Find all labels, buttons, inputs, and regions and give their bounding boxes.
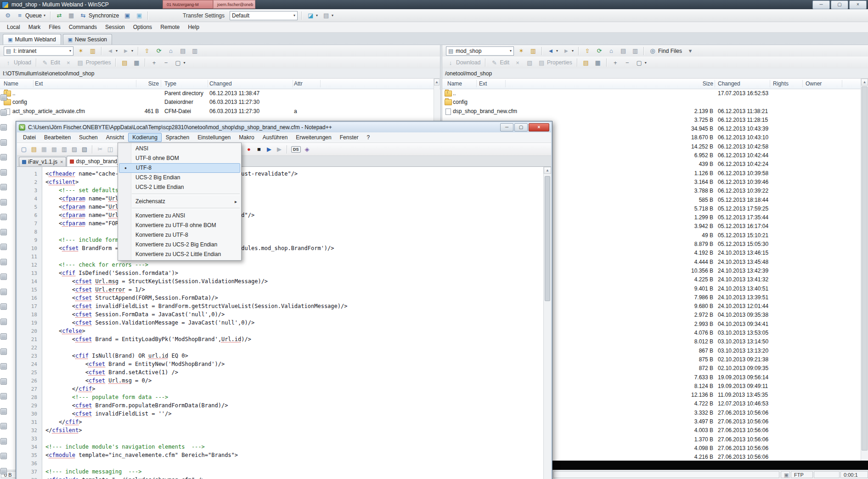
file-row[interactable]: dsp_shop_brand_new.cfm2.139 B06.12.2013 … bbox=[442, 107, 862, 115]
scroll-thumb[interactable] bbox=[545, 176, 550, 301]
np-minimize-button[interactable]: ─ bbox=[500, 123, 513, 131]
dock-icon[interactable] bbox=[0, 139, 7, 146]
selection-icon[interactable]: ▢▾ bbox=[634, 58, 648, 67]
upload-button[interactable]: ↑Upload bbox=[3, 58, 33, 67]
menu-mark[interactable]: Mark bbox=[24, 23, 45, 32]
np-menu-ansicht[interactable]: Ansicht bbox=[102, 133, 128, 142]
queue-button[interactable]: ≡Queue▾ bbox=[14, 11, 47, 20]
minimize-button[interactable]: ─ bbox=[812, 0, 830, 9]
selection-icon[interactable]: ▢▾ bbox=[172, 58, 187, 67]
column-header-size[interactable]: Size bbox=[649, 80, 713, 87]
download-button[interactable]: ↓Download bbox=[445, 58, 482, 67]
column-header-attr[interactable]: Attr bbox=[294, 80, 303, 87]
file-row[interactable]: act_shop_article_activate.cfm461 BCFM-Da… bbox=[0, 107, 434, 115]
find-files-button[interactable]: ◎Find Files bbox=[647, 46, 684, 55]
encoding-menu-item[interactable]: ●UTF-8 bbox=[119, 163, 240, 173]
add-filter-icon[interactable]: + bbox=[610, 58, 621, 67]
stop-macro-icon[interactable]: ■ bbox=[254, 145, 264, 153]
close-file-icon[interactable]: ▥ bbox=[60, 145, 69, 153]
synchronize-browsing-icon[interactable]: ▦ bbox=[66, 11, 77, 20]
column-header-type[interactable]: Type bbox=[164, 80, 176, 87]
play-macro-icon[interactable]: ▶ bbox=[265, 145, 274, 153]
panel-options-icon[interactable]: ▥ bbox=[189, 46, 200, 55]
encoding-menu-item[interactable]: Konvertiere zu UCS-2 Big Endian bbox=[118, 240, 241, 250]
menu-files[interactable]: Files bbox=[45, 23, 64, 32]
dock-icon[interactable] bbox=[0, 199, 7, 205]
document-tab[interactable]: dsp_shop_brand_new.cfm bbox=[67, 156, 118, 166]
dock-icon[interactable] bbox=[0, 363, 7, 370]
dspellcheck-button[interactable]: DS bbox=[290, 146, 302, 153]
new-file-icon[interactable]: ▢ bbox=[19, 145, 28, 153]
bookmark-icon[interactable]: ▥ bbox=[528, 46, 539, 55]
queue-show-icon[interactable]: ▣ bbox=[122, 11, 133, 20]
local-drive-combo[interactable]: ▤I: intranet▾ bbox=[4, 46, 73, 56]
delete-icon[interactable]: × bbox=[63, 58, 74, 67]
column-header-name[interactable]: Name bbox=[4, 80, 18, 87]
upload-settings-icon[interactable]: ◪▾ bbox=[305, 11, 320, 20]
np-menu-datei[interactable]: Datei bbox=[19, 133, 40, 142]
dock-icon[interactable] bbox=[0, 303, 7, 310]
np-menu-makro[interactable]: Makro bbox=[235, 133, 258, 142]
delete-icon[interactable]: × bbox=[512, 58, 523, 67]
back-icon[interactable]: ◄▾ bbox=[545, 46, 560, 55]
session-tab[interactable]: ▣Mullum Webland bbox=[3, 34, 61, 45]
np-close-button[interactable]: × bbox=[529, 123, 549, 131]
remote-session-combo[interactable]: ▤mod_shop▾ bbox=[446, 46, 514, 56]
code-area[interactable]: 1<cfheader name="cache-control" value="n… bbox=[17, 170, 543, 479]
np-menu-bearbeiten[interactable]: Bearbeiten bbox=[40, 133, 75, 142]
scroll-thumb[interactable] bbox=[862, 86, 868, 450]
column-header-name[interactable]: Name bbox=[447, 80, 462, 87]
preferences-icon[interactable]: ⚙ bbox=[2, 11, 13, 20]
column-header-owner[interactable]: Owner bbox=[806, 80, 822, 87]
encoding-menu-item[interactable]: ANSI bbox=[118, 144, 241, 154]
column-header-rights[interactable]: Rights bbox=[773, 80, 789, 87]
column-header-changed[interactable]: Changed bbox=[209, 80, 232, 87]
dock-icon[interactable] bbox=[0, 184, 7, 190]
scroll-up-icon[interactable]: ▲ bbox=[861, 79, 868, 86]
panel-options-icon[interactable]: ▥ bbox=[630, 46, 641, 55]
dock-icon[interactable] bbox=[0, 348, 7, 355]
close-tab-icon[interactable]: × bbox=[60, 159, 63, 165]
file-row[interactable]: configDateiordner06.03.2013 11:27:30 bbox=[0, 97, 434, 106]
home-directory-icon[interactable]: ⌂ bbox=[606, 46, 617, 55]
column-header-size[interactable]: Size bbox=[110, 80, 159, 87]
forward-icon[interactable]: ►▾ bbox=[561, 46, 575, 55]
dock-icon[interactable] bbox=[0, 453, 7, 459]
dock-icon[interactable] bbox=[0, 378, 7, 385]
np-menu-einstellungen[interactable]: Einstellungen bbox=[193, 133, 235, 142]
remove-filter-icon[interactable]: − bbox=[160, 58, 171, 67]
editor[interactable]: 1<cfheader name="cache-control" value="n… bbox=[17, 167, 551, 479]
copy-icon[interactable]: ◫ bbox=[106, 145, 115, 153]
editor-scrollbar[interactable]: ▲ bbox=[543, 167, 551, 479]
home-directory-icon[interactable]: ⌂ bbox=[165, 46, 176, 55]
column-header-ext[interactable]: Ext bbox=[479, 80, 487, 87]
session-tab[interactable]: ▣New Session bbox=[63, 34, 112, 45]
parent-directory-icon[interactable]: ⇧ bbox=[141, 46, 152, 55]
dock-icon[interactable] bbox=[0, 109, 7, 116]
menu-local[interactable]: Local bbox=[3, 23, 24, 32]
file-row[interactable]: ..Parent directory06.12.2013 11:38:47 bbox=[0, 89, 434, 97]
run-macro-multiple-icon[interactable]: ▶ bbox=[275, 145, 284, 153]
bookmark-icon[interactable]: ▥ bbox=[87, 46, 98, 55]
scroll-up-icon[interactable]: ▲ bbox=[434, 79, 440, 86]
encoding-menu-item[interactable]: Konvertiere zu ANSI bbox=[118, 211, 241, 221]
print-icon[interactable]: ▧ bbox=[80, 145, 89, 153]
dock-icon[interactable] bbox=[0, 468, 7, 474]
column-header-ext[interactable]: Ext bbox=[35, 80, 43, 87]
open-directory-icon[interactable]: ✶ bbox=[75, 46, 86, 55]
forward-icon[interactable]: ►▾ bbox=[120, 46, 135, 55]
new-folder-icon[interactable]: ▤ bbox=[581, 58, 592, 67]
column-header-changed[interactable]: Changed bbox=[718, 80, 740, 87]
np-menu-kodierung[interactable]: Kodierung bbox=[128, 133, 162, 142]
file-row[interactable]: ..17.07.2013 16:52:53 bbox=[442, 89, 862, 97]
remote-scrollbar[interactable]: ▲ bbox=[861, 79, 868, 479]
encoding-menu-item[interactable]: UCS-2 Big Endian bbox=[118, 173, 241, 182]
properties-button[interactable]: ▤Properties bbox=[75, 58, 113, 67]
dock-icon[interactable] bbox=[0, 438, 7, 445]
cut-icon[interactable]: ✂ bbox=[96, 145, 105, 153]
np-menu-fenster[interactable]: Fenster bbox=[336, 133, 363, 142]
encoding-menu-item[interactable]: Konvertiere zu UTF-8 ohne BOM bbox=[118, 221, 241, 230]
transfer-settings-combo[interactable]: Default▾ bbox=[230, 11, 298, 20]
remote-settings-icon[interactable]: ▤▾ bbox=[321, 11, 335, 20]
keep-up-to-date-icon[interactable]: ⇄ bbox=[54, 11, 65, 20]
